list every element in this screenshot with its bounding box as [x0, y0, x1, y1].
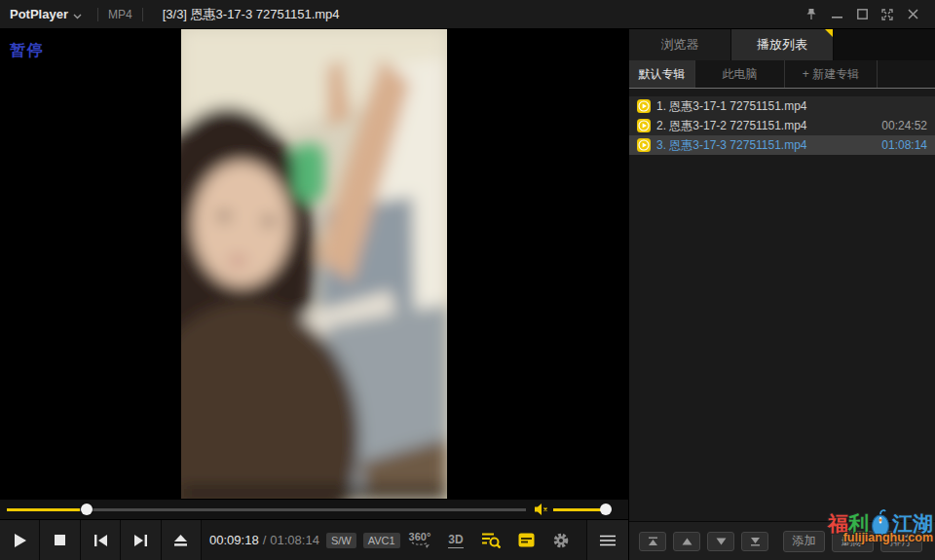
gear-icon[interactable] [552, 532, 570, 549]
move-up-button[interactable] [673, 532, 700, 551]
playlist-items: 1. 恩惠3-17-1 72751151.mp4 2. 恩惠3-17-2 727… [629, 89, 935, 155]
chevron-down-icon [73, 9, 82, 22]
playlist-row-3-selected[interactable]: 3. 恩惠3-17-3 72751151.mp4 01:08:14 [629, 135, 935, 155]
format-label: MP4 [108, 8, 132, 21]
menu-button[interactable] [586, 520, 628, 560]
seek-row [0, 499, 628, 519]
video-content [181, 29, 447, 499]
playlist-row-1[interactable]: 1. 恩惠3-17-1 72751151.mp4 [629, 96, 935, 116]
volume-thumb[interactable] [600, 504, 612, 515]
playlist-toolbar: 添加 删除 排序 [629, 521, 935, 560]
titlebar-divider [97, 8, 98, 21]
tab-browser[interactable]: 浏览器 [629, 29, 731, 60]
playlist-row-2[interactable]: 2. 恩惠3-17-2 72751151.mp4 00:24:52 [629, 116, 935, 135]
subtitle-icon[interactable] [518, 533, 535, 547]
close-button[interactable] [900, 4, 925, 25]
play-badge-icon [637, 138, 651, 152]
delete-button[interactable]: 删除 [832, 531, 874, 552]
playlist-search-icon[interactable] [481, 532, 501, 548]
pin-icon[interactable] [799, 4, 824, 25]
album-subtabs: 默认专辑 此电脑 + 新建专辑 [629, 60, 935, 89]
add-button[interactable]: 添加 [783, 531, 825, 552]
titlebar[interactable]: PotPlayer MP4 [3/3] 恩惠3-17-3 72751151.mp… [0, 0, 935, 29]
video-stage[interactable]: 暂停 [0, 29, 628, 499]
active-tab-corner [825, 29, 833, 37]
fullscreen-button[interactable] [875, 4, 900, 25]
osd-pause-status: 暂停 [10, 41, 45, 61]
seek-progress [7, 508, 80, 511]
move-to-top-button[interactable] [639, 532, 666, 551]
potplayer-window: PotPlayer MP4 [3/3] 恩惠3-17-3 72751151.mp… [0, 0, 935, 560]
playlist-panel: 浏览器 播放列表 默认专辑 此电脑 + 新建专辑 [628, 29, 935, 560]
subtab-new-album[interactable]: + 新建专辑 [785, 60, 878, 88]
play-button[interactable] [0, 520, 40, 560]
app-menu-button[interactable]: PotPlayer [10, 7, 68, 21]
sort-button[interactable]: 排序 [880, 531, 922, 552]
subtab-default-album[interactable]: 默认专辑 [629, 60, 695, 88]
video-frame[interactable] [181, 29, 447, 499]
play-badge-icon [637, 119, 651, 132]
stop-button[interactable] [40, 520, 80, 560]
maximize-button[interactable] [849, 4, 875, 25]
decoder-badge: S/W [326, 533, 356, 548]
control-bar: 00:09:18 / 01:08:14 S/W AVC1 360° 3D [0, 519, 628, 560]
time-separator: / [263, 533, 267, 547]
subtab-this-pc[interactable]: 此电脑 [695, 60, 785, 88]
next-button[interactable] [121, 520, 161, 560]
minimize-button[interactable] [824, 4, 849, 25]
video-column: 暂停 [0, 29, 628, 560]
move-down-button[interactable] [707, 532, 734, 551]
tab-playlist[interactable]: 播放列表 [731, 29, 834, 60]
time-display: 00:09:18 / 01:08:14 [209, 533, 319, 547]
seek-thumb[interactable] [81, 504, 93, 515]
window-title: [3/3] 恩惠3-17-3 72751151.mp4 [163, 6, 340, 23]
eject-button[interactable] [162, 520, 202, 560]
playlist-tabs: 浏览器 播放列表 [629, 29, 935, 60]
codec-badge: AVC1 [363, 533, 400, 548]
mute-icon[interactable] [532, 503, 551, 516]
play-badge-icon [637, 99, 651, 113]
titlebar-divider [142, 8, 143, 21]
total-time: 01:08:14 [270, 533, 319, 547]
vr-360-button[interactable]: 360° [409, 532, 431, 548]
current-time: 00:09:18 [209, 533, 259, 547]
seek-bar[interactable] [7, 503, 526, 516]
move-to-bottom-button[interactable] [741, 532, 768, 551]
3d-button[interactable]: 3D [448, 533, 463, 548]
volume-bar[interactable] [553, 503, 610, 516]
previous-button[interactable] [81, 520, 121, 560]
